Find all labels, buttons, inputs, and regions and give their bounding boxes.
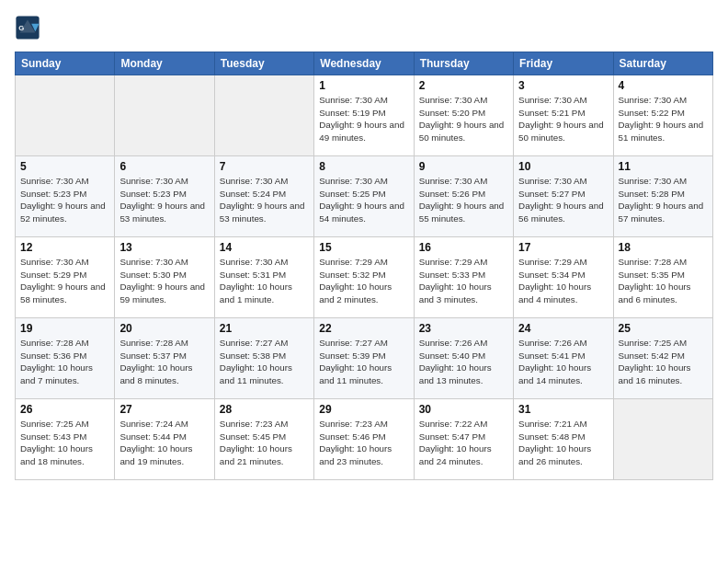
day-info: Sunrise: 7:28 AMSunset: 5:36 PMDaylight:… bbox=[20, 337, 109, 387]
calendar-week-row: 26Sunrise: 7:25 AMSunset: 5:43 PMDayligh… bbox=[16, 399, 713, 480]
calendar-cell: 18Sunrise: 7:28 AMSunset: 5:35 PMDayligh… bbox=[613, 237, 712, 318]
calendar-cell: 3Sunrise: 7:30 AMSunset: 5:21 PMDaylight… bbox=[514, 75, 613, 156]
calendar-cell bbox=[214, 75, 313, 156]
day-info: Sunrise: 7:30 AMSunset: 5:19 PMDaylight:… bbox=[319, 94, 408, 144]
day-info: Sunrise: 7:22 AMSunset: 5:47 PMDaylight:… bbox=[419, 418, 508, 468]
logo-icon: G bbox=[15, 15, 40, 40]
calendar-cell bbox=[115, 75, 214, 156]
calendar-cell: 28Sunrise: 7:23 AMSunset: 5:45 PMDayligh… bbox=[214, 399, 313, 480]
weekday-header: Wednesday bbox=[314, 52, 414, 75]
page: G SundayMondayTuesdayWednesdayThursdayFr… bbox=[0, 0, 728, 563]
calendar-cell bbox=[16, 75, 115, 156]
calendar-cell: 26Sunrise: 7:25 AMSunset: 5:43 PMDayligh… bbox=[16, 399, 115, 480]
calendar-week-row: 19Sunrise: 7:28 AMSunset: 5:36 PMDayligh… bbox=[16, 318, 713, 399]
calendar-cell: 1Sunrise: 7:30 AMSunset: 5:19 PMDaylight… bbox=[314, 75, 414, 156]
day-info: Sunrise: 7:25 AMSunset: 5:43 PMDaylight:… bbox=[20, 418, 109, 468]
day-info: Sunrise: 7:30 AMSunset: 5:29 PMDaylight:… bbox=[20, 256, 109, 306]
day-number: 23 bbox=[419, 322, 508, 335]
calendar-cell: 20Sunrise: 7:28 AMSunset: 5:37 PMDayligh… bbox=[115, 318, 214, 399]
day-number: 19 bbox=[20, 322, 109, 335]
calendar-cell: 29Sunrise: 7:23 AMSunset: 5:46 PMDayligh… bbox=[314, 399, 414, 480]
calendar-cell: 14Sunrise: 7:30 AMSunset: 5:31 PMDayligh… bbox=[214, 237, 313, 318]
day-info: Sunrise: 7:26 AMSunset: 5:40 PMDaylight:… bbox=[419, 337, 508, 387]
calendar-cell: 22Sunrise: 7:27 AMSunset: 5:39 PMDayligh… bbox=[314, 318, 414, 399]
day-number: 31 bbox=[518, 403, 608, 416]
day-info: Sunrise: 7:30 AMSunset: 5:22 PMDaylight:… bbox=[619, 94, 708, 144]
calendar-cell: 8Sunrise: 7:30 AMSunset: 5:25 PMDaylight… bbox=[314, 156, 414, 237]
day-info: Sunrise: 7:30 AMSunset: 5:23 PMDaylight:… bbox=[119, 175, 209, 225]
calendar-week-row: 1Sunrise: 7:30 AMSunset: 5:19 PMDaylight… bbox=[16, 75, 713, 156]
day-info: Sunrise: 7:25 AMSunset: 5:42 PMDaylight:… bbox=[619, 337, 708, 387]
calendar-cell: 24Sunrise: 7:26 AMSunset: 5:41 PMDayligh… bbox=[514, 318, 613, 399]
calendar-cell: 7Sunrise: 7:30 AMSunset: 5:24 PMDaylight… bbox=[214, 156, 313, 237]
day-info: Sunrise: 7:26 AMSunset: 5:41 PMDaylight:… bbox=[518, 337, 608, 387]
day-number: 6 bbox=[119, 160, 209, 173]
day-number: 8 bbox=[319, 160, 408, 173]
day-number: 12 bbox=[20, 241, 109, 254]
day-info: Sunrise: 7:30 AMSunset: 5:30 PMDaylight:… bbox=[119, 256, 209, 306]
day-number: 17 bbox=[518, 241, 608, 254]
calendar-cell: 11Sunrise: 7:30 AMSunset: 5:28 PMDayligh… bbox=[613, 156, 712, 237]
day-number: 30 bbox=[419, 403, 508, 416]
day-number: 20 bbox=[119, 322, 209, 335]
day-info: Sunrise: 7:23 AMSunset: 5:46 PMDaylight:… bbox=[319, 418, 408, 468]
calendar: SundayMondayTuesdayWednesdayThursdayFrid… bbox=[15, 52, 713, 480]
day-number: 28 bbox=[220, 403, 309, 416]
calendar-cell: 30Sunrise: 7:22 AMSunset: 5:47 PMDayligh… bbox=[414, 399, 513, 480]
day-info: Sunrise: 7:28 AMSunset: 5:35 PMDaylight:… bbox=[619, 256, 708, 306]
day-info: Sunrise: 7:30 AMSunset: 5:25 PMDaylight:… bbox=[319, 175, 408, 225]
day-info: Sunrise: 7:30 AMSunset: 5:28 PMDaylight:… bbox=[619, 175, 708, 225]
weekday-header: Monday bbox=[115, 52, 214, 75]
calendar-week-row: 5Sunrise: 7:30 AMSunset: 5:23 PMDaylight… bbox=[16, 156, 713, 237]
calendar-cell: 9Sunrise: 7:30 AMSunset: 5:26 PMDaylight… bbox=[414, 156, 513, 237]
day-number: 4 bbox=[619, 79, 708, 92]
logo: G bbox=[15, 15, 42, 40]
weekday-header: Sunday bbox=[16, 52, 115, 75]
calendar-cell bbox=[613, 399, 712, 480]
day-number: 27 bbox=[119, 403, 209, 416]
day-info: Sunrise: 7:29 AMSunset: 5:33 PMDaylight:… bbox=[419, 256, 508, 306]
day-number: 25 bbox=[619, 322, 708, 335]
day-number: 11 bbox=[619, 160, 708, 173]
day-info: Sunrise: 7:29 AMSunset: 5:32 PMDaylight:… bbox=[319, 256, 408, 306]
day-number: 21 bbox=[220, 322, 309, 335]
weekday-header: Tuesday bbox=[214, 52, 313, 75]
header: G bbox=[15, 15, 713, 40]
day-number: 15 bbox=[319, 241, 408, 254]
day-number: 16 bbox=[419, 241, 508, 254]
day-number: 18 bbox=[619, 241, 708, 254]
day-number: 2 bbox=[419, 79, 508, 92]
weekday-header: Thursday bbox=[414, 52, 513, 75]
calendar-cell: 31Sunrise: 7:21 AMSunset: 5:48 PMDayligh… bbox=[514, 399, 613, 480]
day-info: Sunrise: 7:30 AMSunset: 5:27 PMDaylight:… bbox=[518, 175, 608, 225]
calendar-cell: 6Sunrise: 7:30 AMSunset: 5:23 PMDaylight… bbox=[115, 156, 214, 237]
svg-text:G: G bbox=[18, 24, 24, 32]
day-number: 5 bbox=[20, 160, 109, 173]
calendar-cell: 10Sunrise: 7:30 AMSunset: 5:27 PMDayligh… bbox=[514, 156, 613, 237]
day-info: Sunrise: 7:30 AMSunset: 5:23 PMDaylight:… bbox=[20, 175, 109, 225]
day-number: 9 bbox=[419, 160, 508, 173]
day-info: Sunrise: 7:30 AMSunset: 5:26 PMDaylight:… bbox=[419, 175, 508, 225]
day-info: Sunrise: 7:30 AMSunset: 5:21 PMDaylight:… bbox=[518, 94, 608, 144]
day-info: Sunrise: 7:27 AMSunset: 5:38 PMDaylight:… bbox=[220, 337, 309, 387]
calendar-cell: 16Sunrise: 7:29 AMSunset: 5:33 PMDayligh… bbox=[414, 237, 513, 318]
calendar-week-row: 12Sunrise: 7:30 AMSunset: 5:29 PMDayligh… bbox=[16, 237, 713, 318]
weekday-header: Saturday bbox=[613, 52, 712, 75]
day-number: 26 bbox=[20, 403, 109, 416]
day-info: Sunrise: 7:28 AMSunset: 5:37 PMDaylight:… bbox=[119, 337, 209, 387]
day-number: 14 bbox=[220, 241, 309, 254]
day-number: 7 bbox=[220, 160, 309, 173]
calendar-cell: 12Sunrise: 7:30 AMSunset: 5:29 PMDayligh… bbox=[16, 237, 115, 318]
calendar-cell: 19Sunrise: 7:28 AMSunset: 5:36 PMDayligh… bbox=[16, 318, 115, 399]
calendar-cell: 21Sunrise: 7:27 AMSunset: 5:38 PMDayligh… bbox=[214, 318, 313, 399]
day-info: Sunrise: 7:30 AMSunset: 5:31 PMDaylight:… bbox=[220, 256, 309, 306]
day-info: Sunrise: 7:30 AMSunset: 5:24 PMDaylight:… bbox=[220, 175, 309, 225]
calendar-cell: 5Sunrise: 7:30 AMSunset: 5:23 PMDaylight… bbox=[16, 156, 115, 237]
calendar-cell: 15Sunrise: 7:29 AMSunset: 5:32 PMDayligh… bbox=[314, 237, 414, 318]
calendar-cell: 23Sunrise: 7:26 AMSunset: 5:40 PMDayligh… bbox=[414, 318, 513, 399]
calendar-cell: 4Sunrise: 7:30 AMSunset: 5:22 PMDaylight… bbox=[613, 75, 712, 156]
day-info: Sunrise: 7:27 AMSunset: 5:39 PMDaylight:… bbox=[319, 337, 408, 387]
calendar-header-row: SundayMondayTuesdayWednesdayThursdayFrid… bbox=[16, 52, 713, 75]
day-number: 22 bbox=[319, 322, 408, 335]
day-info: Sunrise: 7:30 AMSunset: 5:20 PMDaylight:… bbox=[419, 94, 508, 144]
